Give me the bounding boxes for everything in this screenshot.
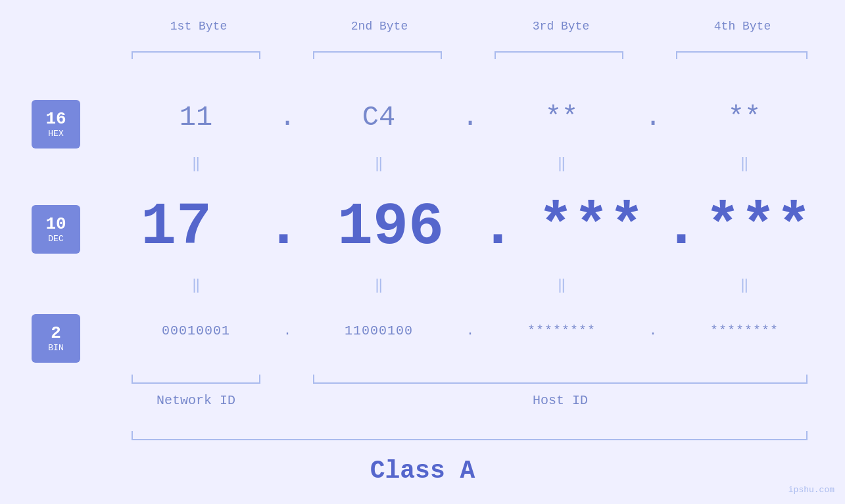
bracket-class-r <box>806 431 808 440</box>
bin-b2: 11000100 <box>314 323 443 338</box>
hex-dot2: . <box>443 102 497 133</box>
equals-hex-dec: ‖ ‖ ‖ ‖ <box>132 154 809 172</box>
bracket-top-1 <box>132 51 260 53</box>
bracket-class-l <box>132 431 133 440</box>
dec-row: 17 . 196 . *** . *** <box>92 194 815 261</box>
byte1-header: 1st Byte <box>130 20 268 33</box>
eq3: ‖ <box>497 154 626 172</box>
bin-b3: ******** <box>497 323 626 338</box>
bin-badge: 2 BIN <box>32 314 80 363</box>
byte3-header: 3rd Byte <box>492 20 630 33</box>
eq1: ‖ <box>132 154 260 172</box>
dec-dot3: . <box>662 194 701 261</box>
dec-badge-label: DEC <box>48 234 63 244</box>
eq4: ‖ <box>680 154 809 172</box>
hex-b4: ** <box>680 102 809 133</box>
bracket-top-4-right <box>806 51 808 59</box>
bin-dot2: . <box>443 323 497 338</box>
bracket-top-2-right <box>441 51 442 59</box>
byte2-header: 2nd Byte <box>310 20 448 33</box>
bin-dot3: . <box>626 323 680 338</box>
bracket-top-1-left <box>132 51 133 59</box>
bracket-bot-host-l <box>313 375 314 384</box>
hex-badge-label: HEX <box>48 129 63 139</box>
class-label: Class A <box>0 457 845 485</box>
bracket-top-4-left <box>676 51 677 59</box>
bracket-bot-host-r <box>806 375 808 384</box>
bracket-top-2 <box>313 51 442 53</box>
network-id-label: Network ID <box>132 393 260 408</box>
dec-b2: 196 <box>306 194 475 261</box>
watermark: ipshu.com <box>788 485 834 495</box>
bin-b4: ******** <box>680 323 809 338</box>
bracket-class-line <box>132 439 808 440</box>
hex-row: 11 . C4 . ** . ** <box>132 102 809 133</box>
hex-badge-number: 16 <box>45 110 66 129</box>
dec-b1: 17 <box>92 194 260 261</box>
host-id-label: Host ID <box>313 393 808 408</box>
bin-badge-label: BIN <box>48 343 63 353</box>
bracket-bot-net-l <box>132 375 133 384</box>
hex-badge: 16 HEX <box>32 100 80 149</box>
dec-badge: 10 DEC <box>32 205 80 254</box>
bin-dot1: . <box>260 323 314 338</box>
bin-b1: 00010001 <box>132 323 260 338</box>
hex-b3: ** <box>497 102 626 133</box>
hex-b2: C4 <box>314 102 443 133</box>
main-container: 16 HEX 10 DEC 2 BIN 1st Byte 2nd Byte 3r… <box>0 0 845 504</box>
byte4-header: 4th Byte <box>673 20 811 33</box>
bin-row: 00010001 . 11000100 . ******** . *******… <box>132 323 809 338</box>
dec-dot2: . <box>475 194 521 261</box>
dec-b4: *** <box>701 194 815 261</box>
bracket-bot-net-r <box>259 375 260 384</box>
bin-badge-number: 2 <box>51 324 61 343</box>
dec-dot1: . <box>260 194 306 261</box>
dec-b3: *** <box>521 194 662 261</box>
bracket-top-1-right <box>259 51 260 59</box>
bracket-top-2-left <box>313 51 314 59</box>
dec-badge-number: 10 <box>45 215 66 234</box>
bracket-top-3-right <box>622 51 623 59</box>
hex-dot1: . <box>260 102 314 133</box>
bracket-bot-net <box>132 382 260 384</box>
hex-b1: 11 <box>132 102 260 133</box>
bracket-bot-host <box>313 382 808 384</box>
eq2: ‖ <box>314 154 443 172</box>
equals-dec-bin: ‖ ‖ ‖ ‖ <box>132 276 809 294</box>
bracket-top-3-left <box>495 51 496 59</box>
hex-dot3: . <box>626 102 680 133</box>
bracket-top-4 <box>676 51 808 53</box>
bracket-top-3 <box>495 51 623 53</box>
